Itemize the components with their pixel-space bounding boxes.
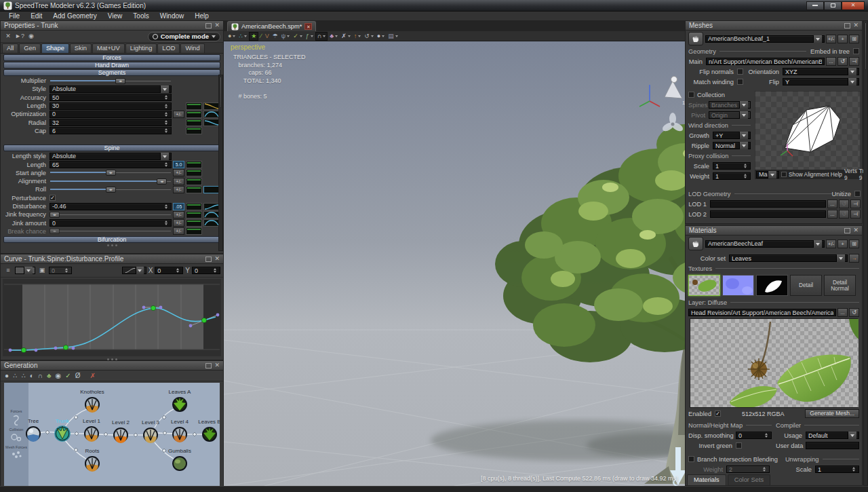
curve-y-input[interactable]: 0 [192, 267, 220, 274]
leaf-tool-icon[interactable]: ★ [251, 32, 256, 40]
grow-tool-icon[interactable]: ↑ [354, 32, 357, 40]
sphere-view-icon[interactable]: ● [377, 32, 380, 40]
material-selector-dropdown[interactable]: AmericanBeechLeaf [705, 240, 825, 248]
camera-mode-label[interactable]: perspective [231, 43, 265, 51]
enabled-checkbox[interactable]: ✓ [715, 411, 721, 417]
delete-node-icon[interactable]: ✗ [90, 371, 96, 381]
alignment-slider[interactable]: ◂▸ [50, 178, 172, 185]
optimization-variance-button[interactable]: +/- [173, 111, 184, 118]
generate-icon[interactable]: ● [5, 371, 9, 381]
length-input[interactable]: 30 [50, 102, 172, 110]
accuracy-input[interactable]: 50 [50, 94, 172, 101]
node-edit-icon[interactable]: ∴ [239, 32, 243, 40]
material-plusminus-button[interactable]: +/- [826, 240, 836, 248]
node-trunk[interactable]: Trunk [55, 418, 70, 441]
disturbance-variance-badge[interactable]: .05 [173, 203, 184, 210]
break-chance-curve[interactable] [186, 227, 202, 235]
multiplier-slider[interactable]: ◂▸ [50, 77, 172, 85]
browse-button[interactable]: ... [826, 57, 836, 66]
collection-checkbox[interactable] [688, 92, 694, 98]
color-set-apply-icon[interactable]: → [849, 254, 859, 263]
roll-curve[interactable] [186, 186, 202, 193]
embed-in-tree-checkbox[interactable] [853, 48, 859, 54]
material-copy-button[interactable]: ⊞ [849, 240, 859, 248]
delete-icon[interactable]: ✕ [3, 32, 13, 41]
curve-steps-input[interactable]: 0 [49, 267, 72, 274]
umbrella-tool-icon[interactable]: ☂ [273, 32, 278, 40]
tab-lod[interactable]: LOD [157, 43, 180, 53]
radial-profile-curve[interactable] [203, 119, 220, 126]
curve-filter-icon[interactable]: ≡ [3, 266, 13, 275]
jink-amount-curve[interactable] [186, 219, 202, 227]
lod2-reload-icon[interactable]: ↺ [839, 210, 849, 219]
tree-tool-icon[interactable]: ψ [281, 32, 285, 40]
branch-tool-icon[interactable]: V [265, 32, 269, 40]
tab-wind[interactable]: Wind [180, 43, 204, 53]
notes-icon[interactable]: ▤ [388, 32, 394, 40]
unwrap-scale-input[interactable]: 1 [815, 466, 859, 473]
section-segments[interactable]: Segments [3, 69, 220, 76]
alignment-curve[interactable] [186, 178, 202, 185]
viewport-3d[interactable]: 1.00 perspective TRIANGLES - SELECTED br… [224, 41, 685, 486]
add-node-icon[interactable]: ∴ [13, 371, 17, 381]
float-panel-icon[interactable] [205, 363, 212, 368]
tab-shape[interactable]: Shape [41, 43, 69, 53]
main-mesh-path-field[interactable]: n/Art Support/American Beech/AmericanBee… [706, 58, 825, 65]
sphere-icon[interactable]: ◐ [30, 371, 34, 381]
menu-help[interactable]: Help [190, 12, 214, 20]
curve-mode-dropdown[interactable] [15, 267, 35, 274]
roll-profile-curve[interactable] [203, 186, 220, 193]
proxy-weight-input[interactable]: 1 [713, 172, 751, 180]
spine-length-variance-badge[interactable]: 5.0 [173, 161, 184, 168]
spine-length-curve[interactable] [186, 161, 202, 168]
jink-amount-input[interactable]: 0 [50, 219, 172, 227]
growth-dropdown[interactable]: +Y [713, 132, 751, 139]
disp-smoothing-input[interactable]: 0 [736, 432, 772, 439]
invert-green-checkbox[interactable] [736, 442, 742, 449]
jink-frequency-profile-curve[interactable] [203, 211, 220, 219]
tab-close-icon[interactable]: ✕ [304, 23, 312, 30]
style-dropdown[interactable]: Absolute [50, 86, 172, 93]
grass-tool-icon[interactable]: ∕ [260, 32, 262, 40]
draw-tool-icon[interactable]: ✓ [293, 32, 298, 40]
palette-collision-label[interactable]: Collision [9, 428, 24, 432]
proxy-scale-input[interactable]: 1 [713, 162, 751, 170]
visibility-icon[interactable]: ◉ [26, 32, 36, 41]
menu-file[interactable]: File [4, 12, 24, 20]
spline-tool-icon[interactable]: ƒ [306, 32, 309, 40]
section-forces[interactable]: Forces [3, 54, 220, 61]
whats-this-icon[interactable]: ►? [15, 32, 24, 41]
cap-variance-curve[interactable] [186, 127, 202, 134]
properties-scrollbar[interactable] [218, 75, 223, 251]
spines-dropdown[interactable]: Branches [709, 101, 751, 109]
mode-selector-button[interactable]: Complete mode [148, 32, 220, 41]
mesh-selector-dropdown[interactable]: AmericanBeechLeaf_1 [705, 35, 825, 43]
add-child-icon[interactable]: ∴ [21, 371, 25, 381]
diffuse-browse-button[interactable]: ... [837, 308, 848, 317]
trees-icon[interactable]: ♣ [47, 371, 52, 381]
radial-input[interactable]: 32 [50, 119, 172, 126]
tab-skin[interactable]: Skin [70, 43, 92, 53]
start-angle-slider[interactable]: ◂▸ [50, 169, 172, 176]
ripple-dropdown[interactable]: Normal [713, 142, 751, 149]
menu-window[interactable]: Window [155, 12, 189, 20]
hand-drawn-sphere-icon[interactable]: ● [228, 32, 231, 40]
mesh-preview[interactable]: Main Show Alignment Help Verts 9 Tris 9 [755, 91, 861, 179]
diffuse-texture-thumbnail[interactable] [688, 275, 720, 296]
color-set-dropdown[interactable]: Leaves [729, 254, 848, 262]
lod1-path-field[interactable] [710, 200, 826, 208]
enable-icon[interactable]: ✓ [65, 371, 71, 381]
blend-weight-input[interactable]: 2 [726, 466, 770, 473]
close-panel-icon[interactable]: ✕ [853, 227, 859, 233]
cap-input[interactable]: 6 [50, 127, 172, 134]
mesh-copy-button[interactable]: ⊞ [849, 35, 859, 43]
section-spine[interactable]: Spine [3, 145, 220, 151]
node-tree[interactable]: Tree [26, 418, 41, 442]
flip-normals-checkbox[interactable] [737, 69, 743, 75]
disturbance-input[interactable]: -0.46 [50, 203, 172, 210]
detail-normal-texture-button[interactable]: Detail Normal [824, 275, 856, 296]
perturbance-checkbox[interactable]: ✓ [50, 195, 56, 201]
close-panel-icon[interactable]: ✕ [214, 256, 220, 262]
palette-mesh-forces-label[interactable]: Mesh Forces [5, 445, 27, 449]
minimize-button[interactable] [806, 1, 824, 10]
